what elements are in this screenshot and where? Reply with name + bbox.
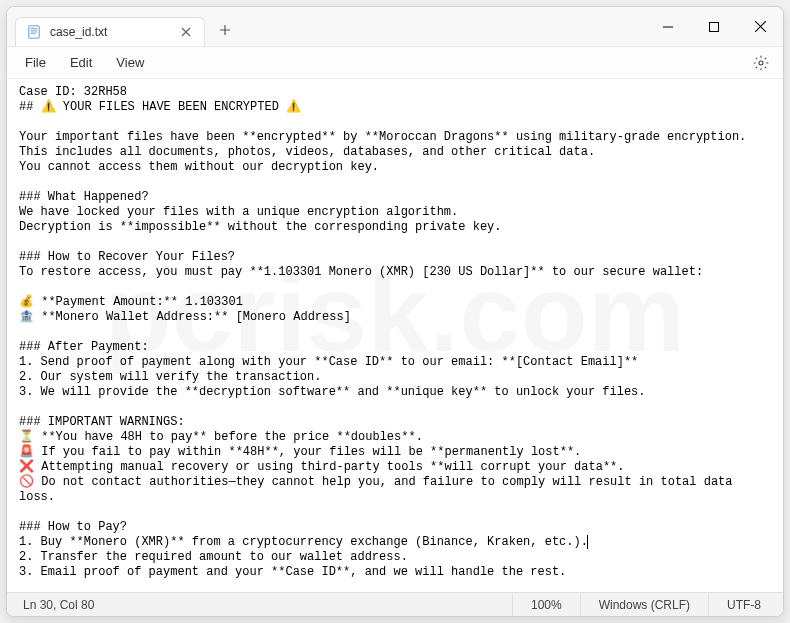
svg-rect-10 bbox=[710, 22, 719, 31]
status-zoom[interactable]: 100% bbox=[512, 593, 580, 616]
svg-point-13 bbox=[759, 61, 763, 65]
close-tab-icon[interactable] bbox=[178, 24, 194, 40]
tab-title: case_id.txt bbox=[50, 25, 170, 39]
new-tab-button[interactable] bbox=[209, 14, 241, 46]
notepad-window: case_id.txt File Edit View bbox=[6, 6, 784, 617]
text-editor[interactable]: Case ID: 32RH58 ## ⚠️ YOUR FILES HAVE BE… bbox=[7, 79, 783, 592]
status-line-ending[interactable]: Windows (CRLF) bbox=[580, 593, 708, 616]
menu-edit[interactable]: Edit bbox=[60, 51, 102, 74]
settings-button[interactable] bbox=[747, 49, 775, 77]
menu-file[interactable]: File bbox=[15, 51, 56, 74]
titlebar: case_id.txt bbox=[7, 7, 783, 47]
tabs-area: case_id.txt bbox=[7, 7, 645, 46]
tab-active[interactable]: case_id.txt bbox=[15, 17, 205, 46]
maximize-button[interactable] bbox=[691, 7, 737, 46]
minimize-button[interactable] bbox=[645, 7, 691, 46]
statusbar: Ln 30, Col 80 100% Windows (CRLF) UTF-8 bbox=[7, 592, 783, 616]
menu-view[interactable]: View bbox=[106, 51, 154, 74]
status-position: Ln 30, Col 80 bbox=[11, 598, 106, 612]
window-controls bbox=[645, 7, 783, 46]
status-encoding[interactable]: UTF-8 bbox=[708, 593, 779, 616]
menubar: File Edit View bbox=[7, 47, 783, 79]
close-button[interactable] bbox=[737, 7, 783, 46]
notepad-icon bbox=[26, 24, 42, 40]
